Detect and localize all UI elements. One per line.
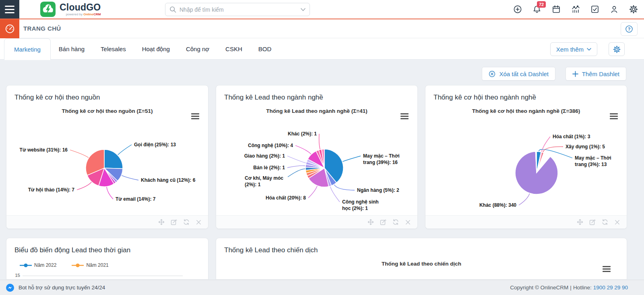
hotline-number[interactable]: 1900 29 29 90 (593, 285, 628, 291)
dashlet-leads-by-industry: Thống kê Lead theo ngành nghề Thống kê L… (216, 85, 418, 229)
remove-dashlet-icon[interactable] (405, 219, 411, 225)
remove-dashlet-icon[interactable] (614, 219, 620, 225)
reports-button[interactable] (571, 4, 580, 14)
legend-item-nam-2021[interactable]: Năm 2021 (72, 262, 108, 268)
support-bot-text[interactable]: Bot hỗ trợ sử dụng trực tuyến 24/24 (19, 285, 105, 291)
refresh-dashlet-icon[interactable] (183, 219, 190, 225)
top-bar: CloudGO powered by OnlineCRM 72 (0, 0, 644, 19)
plus-icon (572, 71, 578, 77)
quick-add-button[interactable] (513, 4, 522, 14)
calendar-button[interactable] (551, 4, 561, 14)
move-dashlet-icon[interactable] (577, 219, 583, 225)
chart-menu-icon[interactable] (610, 112, 618, 120)
messenger-icon[interactable] (6, 283, 14, 292)
tab-ban-hang[interactable]: Bán hàng (51, 38, 93, 60)
search-input[interactable] (180, 6, 297, 13)
gear-icon (613, 46, 621, 53)
brand-powered-by: powered by OnlineCRM (60, 13, 101, 16)
notification-badge: 72 (537, 1, 546, 8)
dashlet-toolbar (6, 215, 208, 229)
check-square-icon (590, 5, 599, 14)
hotline-label: Hotline: (573, 285, 592, 291)
plus-circle-icon (513, 5, 522, 14)
svg-text:?: ? (628, 27, 631, 31)
tab-hoat-dong[interactable]: Hoạt động (134, 38, 178, 60)
move-dashlet-icon[interactable] (158, 219, 165, 225)
pie-label-line (295, 145, 311, 154)
tab-telesales[interactable]: Telesales (93, 38, 134, 60)
chart-menu-icon[interactable] (400, 112, 409, 120)
footer-separator: | (570, 285, 572, 291)
pie-label-line (287, 156, 306, 163)
search-scope-chevron-icon[interactable] (301, 8, 305, 11)
dashlet-toolbar (216, 215, 417, 229)
move-dashlet-icon[interactable] (367, 219, 374, 225)
main-menu-button[interactable] (0, 0, 19, 19)
user-icon (610, 5, 619, 14)
gear-icon (629, 5, 638, 14)
notifications-button[interactable]: 72 (532, 4, 542, 14)
dashboard-module-button[interactable] (0, 19, 19, 38)
page-header: TRANG CHỦ ? (0, 19, 644, 38)
chart-title: Thống kê cơ hội theo nguồn (Σ=51) (6, 108, 208, 114)
pie-label: Công nghệ sinhhọc (2%): 1 (342, 199, 379, 211)
pie-label: Hóa chất (20%): 8 (266, 195, 306, 201)
pie-chart-opportunities-by-source: Gọi điện (25%): 13Khách hàng cũ (12%): 6… (13, 123, 202, 214)
tasks-button[interactable] (590, 4, 600, 14)
pie-label: Hóa chất (1%): 3 (553, 134, 590, 139)
pie-label-line (70, 150, 89, 158)
pie-chart-opportunities-by-industry: May mặc – Thờitrang (3%): 13Hóa chất (1%… (432, 123, 621, 214)
clear-all-dashlets-button[interactable]: Xóa tất cả Dashlet (482, 67, 555, 81)
edit-dashlet-icon[interactable] (589, 219, 596, 225)
remove-dashlet-icon[interactable] (196, 219, 202, 225)
pie-label: Bán lẻ (2%): 1 (253, 165, 285, 170)
page-title: TRANG CHỦ (23, 25, 61, 32)
legend-item-nam-2022[interactable]: Năm 2022 (20, 262, 56, 268)
pie-label-line (122, 175, 138, 180)
pie-label-line (519, 193, 530, 205)
brand-logo[interactable]: CloudGO powered by OnlineCRM (40, 2, 101, 17)
pie-label: Giao hàng (2%): 1 (244, 153, 285, 159)
question-circle-icon: ? (625, 25, 633, 33)
tab-cskh[interactable]: CSKH (217, 38, 250, 60)
dashlet-lead-trend-over-time: Biểu đồ biến động Lead theo thời gian Nă… (6, 238, 208, 280)
copyright-text: Copyright © OnlineCRM (510, 285, 568, 291)
refresh-dashlet-icon[interactable] (392, 219, 399, 225)
add-dashlet-button[interactable]: Thêm Dashlet (566, 67, 626, 81)
pie-label: Từ email (14%): 7 (116, 196, 156, 202)
pie-label-line (319, 134, 320, 149)
dashlet-toolbar (425, 215, 627, 229)
legend-label: Năm 2022 (34, 262, 56, 268)
chart-legend: Năm 2022 Năm 2021 (20, 262, 109, 268)
pie-label-line (287, 166, 305, 168)
brand-name: CloudGO (60, 3, 101, 12)
settings-button[interactable] (629, 4, 638, 14)
global-search (165, 3, 310, 16)
help-button[interactable]: ? (621, 22, 638, 36)
dashlet-title: Thống kê cơ hội theo nguồn (6, 85, 208, 102)
pie-slice-Gọi điện[interactable] (104, 150, 123, 168)
tabs-settings-button[interactable] (609, 42, 625, 56)
chart-menu-icon[interactable] (603, 265, 611, 273)
tab-bod[interactable]: BOD (250, 38, 280, 60)
edit-dashlet-icon[interactable] (171, 219, 177, 225)
y-axis-tick: 15 (10, 273, 20, 278)
pie-label-line (334, 185, 355, 190)
edit-dashlet-icon[interactable] (380, 219, 386, 225)
dashlet-title: Thống kê Lead theo chiến dịch (216, 238, 627, 254)
refresh-dashlet-icon[interactable] (602, 219, 608, 225)
tab-cong-no[interactable]: Công nợ (178, 38, 217, 60)
chart-menu-icon[interactable] (191, 112, 199, 120)
dashlet-title: Thống kê cơ hội theo ngành nghề (425, 85, 627, 102)
cloudgo-logo-icon (40, 2, 56, 17)
more-tabs-button[interactable]: Xem thêm (550, 42, 597, 56)
pie-label-line (107, 187, 113, 199)
dashboard-content: Xóa tất cả Dashlet Thêm Dashlet Thống kê… (0, 60, 644, 295)
dashlet-opportunities-by-source: Thống kê cơ hội theo nguồn Thống kê cơ h… (6, 85, 208, 229)
activity-chart-icon (571, 5, 580, 14)
tab-marketing[interactable]: Marketing (4, 38, 51, 60)
pie-label: Công nghệ (10%): 4 (248, 143, 293, 148)
pie-label-line (77, 182, 91, 190)
profile-button[interactable] (609, 4, 619, 14)
pie-label: Gọi điện (25%): 13 (134, 142, 176, 148)
